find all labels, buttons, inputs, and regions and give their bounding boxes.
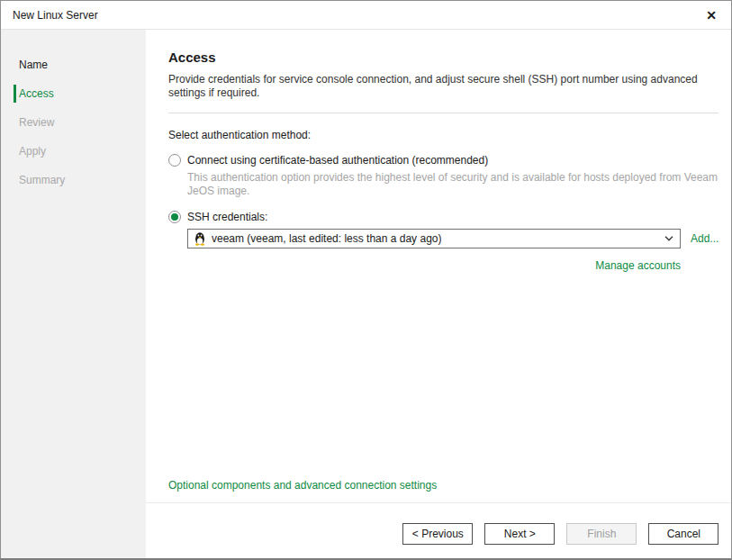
auth-method-label: Select authentication method: (168, 129, 718, 141)
add-credentials-link[interactable]: Add... (691, 232, 718, 245)
section-divider (168, 113, 718, 113)
page-title: Access (168, 50, 718, 65)
credentials-selected-value: veeam (veeam, last edited: less than a d… (212, 232, 441, 245)
new-linux-server-dialog: New Linux Server ✕ Name Access Review Ap… (0, 0, 732, 560)
radio-icon (168, 154, 181, 167)
window-title: New Linux Server (13, 9, 98, 22)
close-icon[interactable]: ✕ (702, 7, 720, 23)
manage-accounts-link[interactable]: Manage accounts (595, 259, 681, 272)
finish-button[interactable]: Finish (566, 523, 637, 545)
sidebar-item-review[interactable]: Review (1, 108, 146, 137)
sidebar-item-summary[interactable]: Summary (1, 166, 146, 194)
sidebar-item-name[interactable]: Name (1, 50, 146, 79)
sidebar-item-label: Summary (19, 174, 65, 186)
chevron-down-icon (664, 236, 673, 241)
wizard-page-access: Access Provide credentials for service c… (146, 30, 732, 559)
radio-label: SSH credentials: (187, 211, 267, 223)
sidebar-item-label: Name (19, 59, 48, 71)
sidebar-item-label: Review (19, 116, 54, 129)
title-bar: New Linux Server ✕ (1, 1, 731, 30)
sidebar-item-apply[interactable]: Apply (1, 137, 146, 166)
radio-icon (168, 211, 181, 223)
radio-ssh-credentials[interactable]: SSH credentials: (168, 211, 718, 223)
footer-divider (146, 502, 732, 503)
sidebar-item-label: Access (19, 87, 54, 100)
radio-label: Connect using certificate-based authenti… (187, 154, 488, 167)
linux-penguin-icon (194, 231, 206, 246)
cancel-button[interactable]: Cancel (648, 523, 718, 545)
credentials-dropdown[interactable]: veeam (veeam, last edited: less than a d… (187, 229, 681, 248)
wizard-steps-sidebar: Name Access Review Apply Summary (1, 30, 146, 559)
certificate-auth-description: This authentication option provides the … (187, 171, 718, 198)
sidebar-item-access[interactable]: Access (1, 79, 146, 108)
previous-button[interactable]: < Previous (402, 523, 473, 545)
page-description: Provide credentials for service console … (168, 73, 700, 100)
optional-components-link[interactable]: Optional components and advanced connect… (168, 479, 437, 492)
next-button[interactable]: Next > (484, 523, 555, 545)
wizard-buttons: < Previous Next > Finish Cancel (402, 523, 718, 545)
radio-certificate-auth[interactable]: Connect using certificate-based authenti… (168, 154, 718, 167)
sidebar-item-label: Apply (19, 145, 46, 158)
